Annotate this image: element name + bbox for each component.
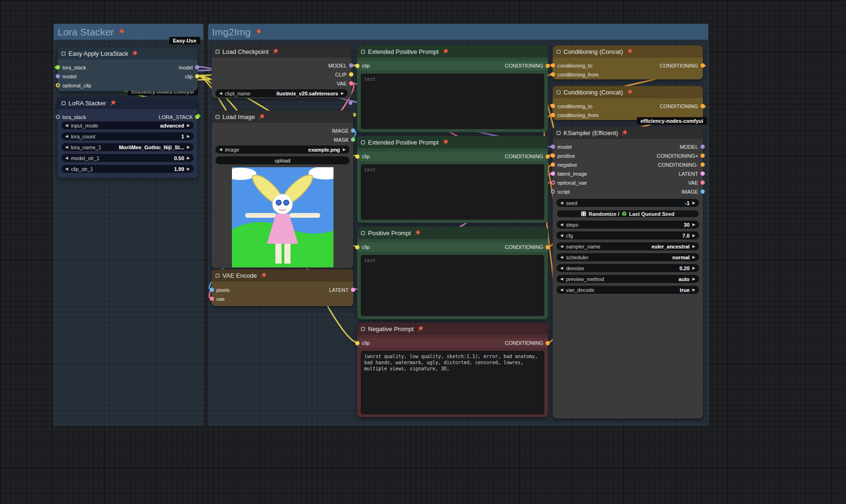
collapse-toggle[interactable] — [215, 50, 220, 54]
decrement-arrow-icon[interactable]: ◀ — [65, 124, 68, 128]
node-header[interactable]: Load Checkpoint — [212, 45, 351, 58]
node-graph-canvas[interactable]: Lora Stacker Img2Img — [0, 0, 846, 504]
pushpin-icon[interactable] — [414, 230, 421, 237]
decrement-arrow-icon[interactable]: ◀ — [65, 167, 68, 171]
pushpin-icon[interactable] — [417, 325, 424, 333]
output-port-latent[interactable] — [351, 288, 355, 292]
increment-arrow-icon[interactable]: ▶ — [692, 245, 695, 248]
input-port-clip[interactable] — [355, 245, 359, 249]
output-port-model[interactable] — [195, 65, 199, 69]
input-port-lora-stack[interactable] — [56, 65, 60, 69]
pushpin-icon[interactable] — [442, 139, 449, 146]
node-extended-positive-prompt-1[interactable]: Extended Positive Prompt clip CONDITIONI… — [357, 45, 548, 132]
widget-clip-str-1[interactable]: ◀ clip_str_1 1.99 ▶ — [61, 165, 194, 173]
output-port-conditioning[interactable] — [546, 154, 550, 159]
pushpin-icon[interactable] — [258, 113, 265, 120]
collapse-toggle[interactable] — [361, 50, 365, 54]
decrement-arrow-icon[interactable]: ◀ — [560, 277, 563, 281]
node-load-image[interactable]: Load Image IMAGE MASK ◀ image example.pn… — [212, 111, 353, 268]
collapse-toggle[interactable] — [215, 115, 220, 119]
decrement-arrow-icon[interactable]: ◀ — [560, 223, 563, 227]
pushpin-icon[interactable] — [131, 50, 138, 57]
increment-arrow-icon[interactable]: ▶ — [692, 256, 695, 259]
node-header[interactable]: KSampler (Efficient) — [553, 127, 703, 139]
node-negative-prompt[interactable]: Negative Prompt clip CONDITIONING (worst… — [357, 323, 548, 417]
pushpin-icon[interactable] — [255, 28, 262, 35]
node-easy-apply-lorastack[interactable]: Easy Apply LoraStack lora_stack model mo… — [58, 47, 197, 91]
node-header[interactable]: Load Image — [212, 111, 353, 123]
output-port-latent[interactable] — [701, 171, 705, 176]
widget-input-mode[interactable]: ◀ input_mode advanced ▶ — [61, 121, 194, 129]
input-port-pixels[interactable] — [210, 288, 214, 292]
collapse-toggle[interactable] — [361, 327, 365, 331]
decrement-arrow-icon[interactable]: ◀ — [560, 234, 563, 238]
input-port-script[interactable] — [551, 189, 555, 194]
input-port-clip[interactable] — [355, 341, 359, 345]
node-ksampler-efficient[interactable]: KSampler (Efficient) model MODEL positiv… — [553, 127, 703, 419]
increment-arrow-icon[interactable]: ▶ — [187, 145, 190, 149]
input-port-clip[interactable] — [355, 154, 359, 159]
node-header[interactable]: Negative Prompt — [357, 323, 548, 335]
input-port-conditioning-from[interactable] — [551, 72, 555, 77]
decrement-arrow-icon[interactable]: ◀ — [560, 288, 563, 292]
pushpin-icon[interactable] — [118, 28, 125, 35]
prompt-textarea[interactable] — [361, 164, 544, 220]
decrement-arrow-icon[interactable]: ◀ — [65, 156, 68, 160]
collapse-toggle[interactable] — [61, 51, 66, 56]
pushpin-icon[interactable] — [621, 129, 628, 137]
pushpin-icon[interactable] — [109, 100, 116, 107]
input-port-positive[interactable] — [551, 154, 555, 158]
decrement-arrow-icon[interactable]: ◀ — [560, 266, 563, 270]
widget-cfg[interactable]: ◀ cfg 7.0 ▶ — [556, 231, 699, 239]
upload-button[interactable]: upload — [215, 156, 350, 164]
increment-arrow-icon[interactable]: ▶ — [692, 266, 695, 270]
node-header[interactable]: Positive Prompt — [357, 227, 548, 239]
widget-model-str-1[interactable]: ◀ model_str_1 0.50 ▶ — [61, 154, 194, 162]
increment-arrow-icon[interactable]: ▶ — [341, 92, 344, 95]
node-positive-prompt[interactable]: Positive Prompt clip CONDITIONING — [357, 227, 548, 319]
output-port-clip[interactable] — [349, 72, 353, 77]
output-port-conditioning-plus[interactable] — [701, 154, 705, 158]
widget-vae-decode[interactable]: ◀ vae_decode true ▶ — [556, 286, 699, 294]
output-port-image[interactable] — [351, 128, 355, 133]
widget-image[interactable]: ◀ image example.png ▶ — [215, 145, 350, 154]
decrement-arrow-icon[interactable]: ◀ — [219, 92, 222, 95]
output-port-mask[interactable] — [351, 137, 355, 142]
decrement-arrow-icon[interactable]: ◀ — [560, 201, 563, 205]
prompt-textarea[interactable] — [361, 74, 544, 129]
node-conditioning-concat-1[interactable]: Conditioning (Concat) conditioning_to CO… — [553, 45, 703, 79]
increment-arrow-icon[interactable]: ▶ — [692, 288, 695, 292]
increment-arrow-icon[interactable]: ▶ — [187, 167, 190, 171]
output-port-clip[interactable] — [195, 74, 199, 78]
collapse-toggle[interactable] — [556, 131, 561, 135]
input-port-conditioning-from[interactable] — [551, 113, 555, 117]
widget-ckpt-name[interactable]: ◀ ckpt_name ilustmix_v20.safetensors ▶ — [215, 89, 348, 97]
increment-arrow-icon[interactable]: ▶ — [692, 201, 695, 205]
decrement-arrow-icon[interactable]: ◀ — [560, 245, 563, 248]
node-header[interactable]: LoRA Stacker — [58, 97, 197, 109]
increment-arrow-icon[interactable]: ▶ — [343, 148, 346, 152]
decrement-arrow-icon[interactable]: ◀ — [65, 135, 68, 138]
input-port-model[interactable] — [551, 145, 555, 149]
group-img2img-header[interactable]: Img2Img — [208, 24, 708, 40]
widget-preview-method[interactable]: ◀ preview_method auto ▶ — [556, 275, 699, 283]
increment-arrow-icon[interactable]: ▶ — [692, 277, 695, 281]
node-vae-encode[interactable]: VAE Encode pixels LATENT vae — [212, 269, 353, 306]
node-header[interactable]: Conditioning (Concat) — [553, 45, 703, 58]
input-port-conditioning-to[interactable] — [551, 63, 555, 68]
node-header[interactable]: VAE Encode — [212, 269, 353, 282]
pushpin-icon[interactable] — [626, 89, 633, 96]
output-port-vae[interactable] — [701, 180, 705, 185]
output-port-model[interactable] — [349, 63, 353, 68]
pushpin-icon[interactable] — [442, 48, 449, 55]
pushpin-icon[interactable] — [272, 48, 279, 55]
input-port-lora-stack[interactable] — [56, 115, 60, 119]
node-conditioning-concat-2[interactable]: Conditioning (Concat) conditioning_to CO… — [553, 86, 703, 120]
randomize-seed-button[interactable]: Randomize / ♻ Last Queued Seed — [556, 210, 699, 218]
input-port-optional-vae[interactable] — [551, 180, 555, 185]
increment-arrow-icon[interactable]: ▶ — [187, 135, 190, 138]
output-port-conditioning-minus[interactable] — [701, 162, 705, 167]
output-port-model[interactable] — [701, 145, 705, 149]
output-port-image[interactable] — [701, 189, 705, 194]
widget-seed[interactable]: ◀ seed -1 ▶ — [556, 199, 699, 207]
